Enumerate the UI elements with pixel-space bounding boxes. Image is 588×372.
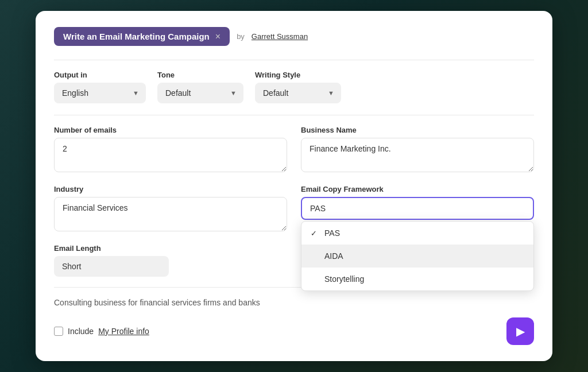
dropdown-item-pas-label: PAS (324, 228, 340, 238)
title-pill: Write an Email Marketing Campaign × (54, 27, 230, 46)
style-select-wrapper: Default Persuasive Informative ▼ (255, 83, 341, 103)
num-emails-wrapper (54, 138, 287, 175)
writing-style-group: Writing Style Default Persuasive Informa… (255, 71, 341, 103)
card-header: Write an Email Marketing Campaign × by G… (54, 27, 534, 46)
dropdown-item-storytelling-label: Storytelling (324, 274, 364, 284)
settings-row: Output in English French Spanish ▼ Tone … (54, 71, 534, 103)
header-divider (54, 60, 534, 60)
framework-dropdown: ✓ PAS ✓ AIDA ✓ Storytelling (301, 221, 534, 291)
email-framework-field: Email Copy Framework ✓ PAS ✓ AIDA ✓ Stor… (301, 185, 534, 234)
num-emails-field: Number of emails (54, 126, 287, 175)
include-profile-checkbox[interactable] (54, 327, 63, 336)
footer-row: Include My Profile info ▶ (54, 317, 534, 345)
dropdown-item-aida[interactable]: ✓ AIDA (301, 245, 533, 268)
writing-style-label: Writing Style (255, 71, 341, 79)
industry-label: Industry (54, 185, 287, 193)
tone-group: Tone Default Formal Casual ▼ (157, 71, 243, 103)
include-label: Include (68, 327, 94, 336)
description-text: Consulting business for financial servic… (54, 298, 534, 307)
num-emails-label: Number of emails (54, 126, 287, 134)
card-title: Write an Email Marketing Campaign (63, 32, 210, 41)
tone-label: Tone (157, 71, 243, 79)
dropdown-item-storytelling[interactable]: ✓ Storytelling (301, 268, 533, 290)
by-text: by (237, 32, 245, 41)
close-button[interactable]: × (215, 32, 220, 41)
main-card: Write an Email Marketing Campaign × by G… (36, 11, 552, 361)
profile-link[interactable]: My Profile info (98, 327, 149, 336)
dropdown-item-pas[interactable]: ✓ PAS (301, 222, 533, 245)
author-link[interactable]: Garrett Sussman (252, 32, 308, 41)
industry-field: Industry (54, 185, 287, 234)
style-select[interactable]: Default Persuasive Informative (255, 83, 341, 103)
email-framework-wrapper: ✓ PAS ✓ AIDA ✓ Storytelling (301, 197, 534, 220)
settings-divider (54, 115, 534, 115)
num-emails-input[interactable] (54, 138, 287, 172)
output-in-label: Output in (54, 71, 146, 79)
submit-icon: ▶ (516, 324, 525, 338)
business-name-label: Business Name (301, 126, 534, 134)
check-icon: ✓ (311, 229, 320, 238)
output-in-select[interactable]: English French Spanish (54, 83, 146, 103)
output-in-select-wrapper: English French Spanish ▼ (54, 83, 146, 103)
submit-button[interactable]: ▶ (506, 317, 534, 345)
email-framework-input[interactable] (301, 197, 534, 220)
form-grid: Number of emails Business Name Industry … (54, 126, 534, 234)
business-name-input[interactable] (301, 138, 534, 172)
email-framework-label: Email Copy Framework (301, 185, 534, 193)
output-in-group: Output in English French Spanish ▼ (54, 71, 146, 103)
business-name-wrapper (301, 138, 534, 175)
industry-input[interactable] (54, 197, 287, 231)
email-length-select[interactable]: Short Medium Long (54, 256, 169, 277)
industry-wrapper (54, 197, 287, 234)
tone-select-wrapper: Default Formal Casual ▼ (157, 83, 243, 103)
include-profile-label: Include My Profile info (54, 327, 149, 336)
business-name-field: Business Name (301, 126, 534, 175)
dropdown-item-aida-label: AIDA (324, 251, 343, 261)
tone-select[interactable]: Default Formal Casual (157, 83, 243, 103)
